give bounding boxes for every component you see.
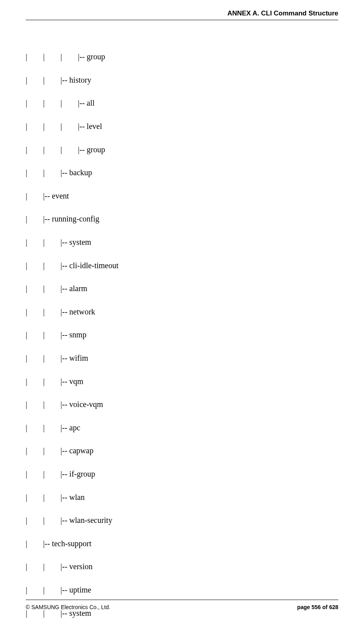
tree-line: | | |-- capwap [26, 445, 338, 456]
tree-line: | | |-- backup [26, 167, 338, 178]
tree-line: | | |-- uptime [26, 584, 338, 596]
tree-line: | | |-- system [26, 237, 338, 248]
header-divider [26, 20, 338, 20]
tree-line: | | |-- alarm [26, 283, 338, 294]
tree-line: | | |-- network [26, 306, 338, 318]
footer-divider [26, 600, 338, 600]
tree-line: | | |-- if-group [26, 468, 338, 480]
tree-line: | | |-- wifim [26, 352, 338, 364]
tree-line: | |-- event [26, 190, 338, 202]
page-header: ANNEX A. CLI Command Structure [227, 9, 338, 17]
tree-line: | | | |-- level [26, 121, 338, 132]
tree-line: | | |-- wlan [26, 492, 338, 503]
footer-page-number: page 556 of 628 [297, 604, 338, 610]
tree-line: | | |-- voice-vqm [26, 399, 338, 410]
tree-line: | | |-- snmp [26, 329, 338, 341]
tree-line: | | |-- vqm [26, 376, 338, 387]
tree-line: | |-- tech-support [26, 538, 338, 549]
tree-line: | | | |-- group [26, 51, 338, 62]
tree-line: | |-- running-config [26, 213, 338, 225]
tree-line: | | |-- cli-idle-timeout [26, 260, 338, 271]
tree-line: | | |-- history [26, 74, 338, 86]
tree-line: | | | |-- group [26, 144, 338, 155]
tree-line: | | |-- version [26, 561, 338, 572]
tree-line: | | |-- apc [26, 422, 338, 433]
cli-tree-content: | | | |-- group | | |-- history | | | |-… [26, 40, 338, 619]
tree-line: | | | |-- all [26, 97, 338, 109]
footer-copyright: © SAMSUNG Electronics Co., Ltd. [26, 604, 110, 610]
tree-line: | | |-- wlan-security [26, 515, 338, 526]
